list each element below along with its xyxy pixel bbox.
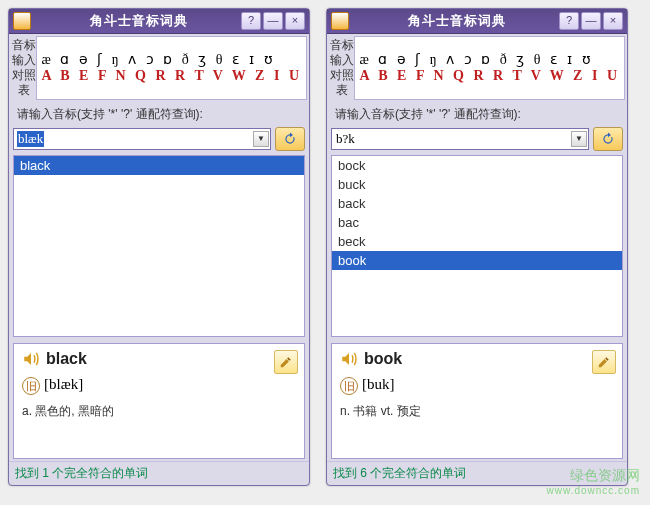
detail-panel: book旧[buk]n. 书籍 vt. 预定 (331, 343, 623, 459)
ipa-row[interactable]: æ ɑ ə ʃ ŋ ʌ ɔ ɒ ð ʒ θ ɛ ɪ ʊ (359, 52, 620, 68)
list-item[interactable]: black (14, 156, 304, 175)
results-list[interactable]: black (13, 155, 305, 337)
search-combobox[interactable]: blæk▼ (13, 128, 271, 150)
ipa-toolbar: 音标输入对照表æ ɑ ə ʃ ŋ ʌ ɔ ɒ ð ʒ θ ɛ ɪ ʊA B E … (327, 34, 627, 100)
pronunciation: [buk] (362, 376, 395, 392)
close-button[interactable]: × (603, 12, 623, 30)
results-list[interactable]: bockbuckbackbacbeckbook (331, 155, 623, 337)
app-window: 角斗士音标词典?—×音标输入对照表æ ɑ ə ʃ ŋ ʌ ɔ ɒ ð ʒ θ ɛ… (8, 8, 310, 486)
close-button[interactable]: × (285, 12, 305, 30)
search-button[interactable] (593, 127, 623, 151)
ipa-map-row[interactable]: A B E F N Q R R T V W Z I U (359, 68, 620, 84)
list-item[interactable]: buck (332, 175, 622, 194)
speaker-icon[interactable] (340, 350, 358, 368)
detail-word: black (46, 350, 87, 368)
search-row: ▼ (327, 125, 627, 155)
dict-badge: 旧 (22, 377, 40, 395)
ipa-symbol-grid[interactable]: æ ɑ ə ʃ ŋ ʌ ɔ ɒ ð ʒ θ ɛ ɪ ʊA B E F N Q R… (36, 36, 307, 100)
ipa-map-row[interactable]: A B E F N Q R R T V W Z I U (41, 68, 302, 84)
speaker-icon[interactable] (22, 350, 40, 368)
window-title: 角斗士音标词典 (39, 12, 239, 30)
search-prompt: 请输入音标(支持 '*' '?' 通配符查询): (9, 100, 309, 125)
toolbar-label: 音标输入对照表 (329, 36, 354, 100)
ipa-symbol-grid[interactable]: æ ɑ ə ʃ ŋ ʌ ɔ ɒ ð ʒ θ ɛ ɪ ʊA B E F N Q R… (354, 36, 625, 100)
titlebar[interactable]: 角斗士音标词典?—× (327, 9, 627, 34)
dict-badge: 旧 (340, 377, 358, 395)
help-button[interactable]: ? (559, 12, 579, 30)
definition: n. 书籍 vt. 预定 (340, 403, 614, 420)
app-icon (331, 12, 349, 30)
list-item[interactable]: bac (332, 213, 622, 232)
detail-word: book (364, 350, 402, 368)
list-item[interactable]: bock (332, 156, 622, 175)
search-button[interactable] (275, 127, 305, 151)
list-item[interactable]: book (332, 251, 622, 270)
search-input[interactable]: blæk (17, 131, 44, 147)
detail-panel: black旧[blæk]a. 黑色的, 黑暗的 (13, 343, 305, 459)
ipa-row[interactable]: æ ɑ ə ʃ ŋ ʌ ɔ ɒ ð ʒ θ ɛ ɪ ʊ (41, 52, 302, 68)
minimize-button[interactable]: — (263, 12, 283, 30)
status-bar: 找到 1 个完全符合的单词 (9, 461, 309, 485)
definition: a. 黑色的, 黑暗的 (22, 403, 296, 420)
list-item[interactable]: back (332, 194, 622, 213)
status-bar: 找到 6 个完全符合的单词 (327, 461, 627, 485)
app-window: 角斗士音标词典?—×音标输入对照表æ ɑ ə ʃ ŋ ʌ ɔ ɒ ð ʒ θ ɛ… (326, 8, 628, 486)
window-title: 角斗士音标词典 (357, 12, 557, 30)
pronunciation: [blæk] (44, 376, 83, 392)
search-combobox[interactable]: ▼ (331, 128, 589, 150)
search-input[interactable] (331, 128, 589, 150)
search-prompt: 请输入音标(支持 '*' '?' 通配符查询): (327, 100, 627, 125)
edit-button[interactable] (274, 350, 298, 374)
list-item[interactable]: beck (332, 232, 622, 251)
chevron-down-icon[interactable]: ▼ (571, 131, 587, 147)
search-row: blæk▼ (9, 125, 309, 155)
toolbar-label: 音标输入对照表 (11, 36, 36, 100)
edit-button[interactable] (592, 350, 616, 374)
ipa-toolbar: 音标输入对照表æ ɑ ə ʃ ŋ ʌ ɔ ɒ ð ʒ θ ɛ ɪ ʊA B E … (9, 34, 309, 100)
app-icon (13, 12, 31, 30)
help-button[interactable]: ? (241, 12, 261, 30)
chevron-down-icon[interactable]: ▼ (253, 131, 269, 147)
titlebar[interactable]: 角斗士音标词典?—× (9, 9, 309, 34)
minimize-button[interactable]: — (581, 12, 601, 30)
